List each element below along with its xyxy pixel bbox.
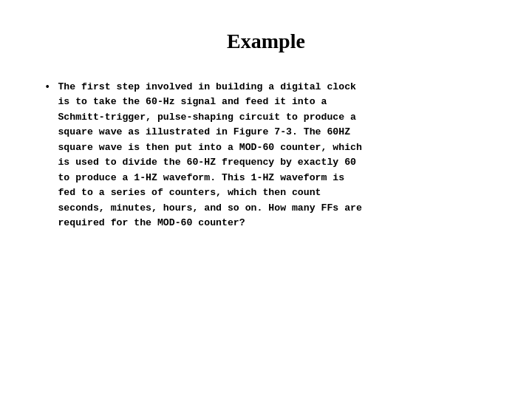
bullet-text: The first step involved in building a di… (58, 80, 362, 231)
page-title: Example (227, 30, 305, 53)
content-area: • The first step involved in building a … (44, 80, 488, 231)
page: Example • The first step involved in bui… (0, 0, 532, 399)
bullet-item: • The first step involved in building a … (44, 80, 488, 231)
bullet-dot: • (44, 81, 50, 93)
